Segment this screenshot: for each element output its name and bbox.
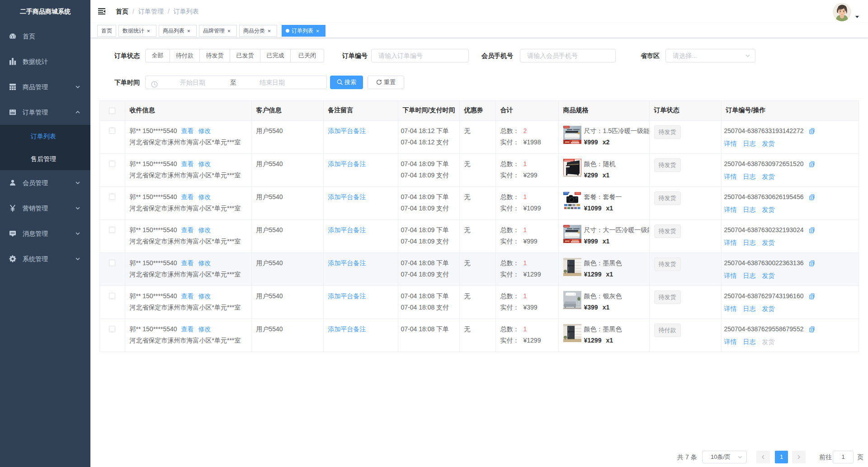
svg-text:999: 999 [565,240,570,243]
svg-text:999: 999 [565,141,570,143]
